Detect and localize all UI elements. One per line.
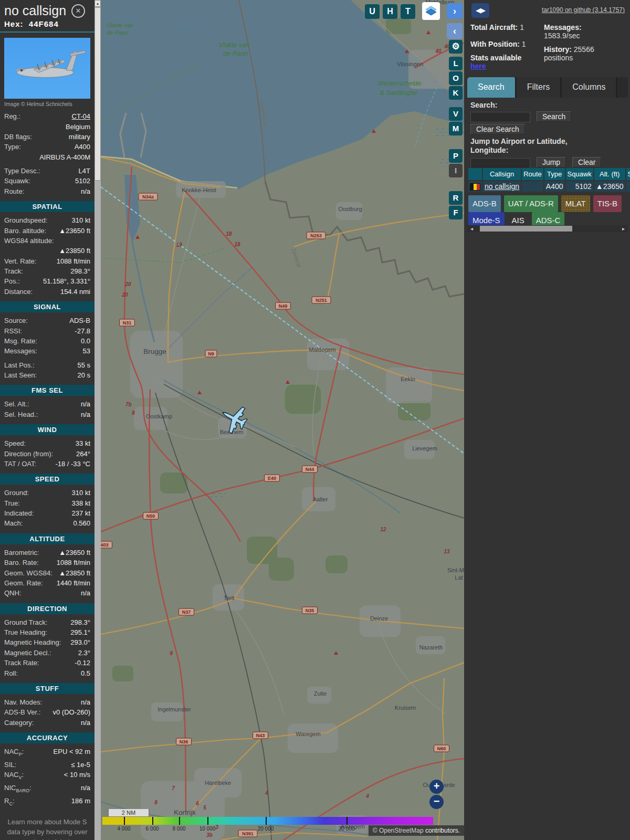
github-link[interactable]: tar1090 on github (3.14.1757): [542, 6, 625, 14]
data-row: NACV:< 10 m/s: [0, 770, 94, 783]
exit-number: 20: [124, 281, 131, 287]
tab-filters[interactable]: Filters: [517, 77, 562, 98]
row-label: RSSI:: [4, 327, 22, 335]
map-label: Deinze: [370, 615, 388, 622]
scroll-right-icon[interactable]: ▸: [622, 225, 625, 232]
column-header-Route[interactable]: Route: [522, 168, 543, 180]
tab-columns[interactable]: Columns: [562, 77, 617, 98]
panel-toggle-button[interactable]: ◀▶: [471, 3, 489, 18]
map-label: Tielt: [224, 595, 234, 601]
data-row: Squawk:5102: [0, 176, 94, 186]
map-rail-button-o[interactable]: O: [449, 71, 463, 85]
data-row: True Heading:295.1°: [0, 627, 94, 637]
exit-number: 4: [365, 793, 369, 799]
row-label: Mach:: [4, 519, 23, 528]
row-label: Sel. Head.:: [4, 410, 38, 419]
data-row: WGS84 altitude:: [0, 236, 94, 246]
badge-mlat: MLAT: [561, 195, 590, 212]
row-value: n/a: [35, 783, 90, 795]
hscroll-thumb[interactable]: [480, 226, 572, 232]
row-value: -18 / -33 °C: [39, 459, 90, 468]
scrollbar-thumb[interactable]: [94, 7, 101, 181]
data-row: Ground Track:298.3°: [0, 617, 94, 627]
aircraft-photo[interactable]: [4, 38, 90, 99]
map-label: Lievegem: [412, 445, 437, 452]
messages-label: Messages:: [544, 23, 582, 32]
data-row: TAT / OAT:-18 / -33 °C: [0, 459, 94, 469]
expand-right-button[interactable]: ›: [447, 3, 463, 19]
column-header-Type[interactable]: Type: [544, 168, 565, 180]
clear-search-button[interactable]: Clear Search: [470, 124, 525, 134]
callsign-link[interactable]: no callsign: [485, 182, 519, 191]
map-label: Waregem: [296, 731, 320, 737]
map-button-u[interactable]: U: [365, 4, 380, 19]
data-row: Nav. Modes:n/a: [0, 697, 94, 707]
row-value: EPU < 92 m: [27, 747, 90, 759]
road-badge: 403: [101, 542, 109, 548]
map-rail-button-r[interactable]: R: [449, 191, 463, 205]
exit-number: 12: [380, 527, 386, 532]
map-label: Oostburg: [338, 206, 362, 212]
row-value: 1088 ft/min: [39, 257, 90, 266]
search-input[interactable]: [470, 112, 530, 122]
history-label: History:: [544, 45, 572, 54]
map-rail-button-i[interactable]: I: [449, 164, 463, 177]
total-aircraft-value: 1: [520, 23, 524, 32]
close-icon[interactable]: ✕: [71, 4, 85, 18]
settings-button[interactable]: ⚙: [449, 40, 463, 54]
row-label: Distance:: [4, 287, 33, 296]
jump-clear-button[interactable]: Clear: [572, 157, 601, 167]
column-header-Speed[interactable]: Speed: [626, 168, 630, 180]
scroll-left-icon[interactable]: ◂: [470, 225, 473, 232]
map-rail-button-p[interactable]: P: [449, 149, 463, 163]
map-label: Sint-M: [447, 567, 464, 573]
data-row: ADS-B Ver.:v0 (DO-260): [0, 707, 94, 717]
row-label: Ground Track:: [4, 618, 47, 627]
jump-button[interactable]: Jump: [537, 157, 566, 167]
map-rail-button-l[interactable]: L: [449, 57, 463, 70]
zoom-out-button[interactable]: −: [429, 795, 444, 809]
row-value: [57, 236, 90, 245]
stats-here-link[interactable]: here: [470, 62, 486, 70]
collapse-left-button[interactable]: ‹: [447, 23, 463, 39]
map-rail-button-f[interactable]: F: [449, 206, 463, 219]
row-value: military: [35, 132, 90, 141]
row-value: A400: [24, 142, 90, 151]
exit-number: 7b: [125, 402, 132, 407]
map-rail-button-m[interactable]: M: [449, 122, 463, 135]
map-rail-button-k[interactable]: K: [449, 86, 463, 100]
row-label: Reg.:: [4, 112, 20, 121]
column-header-Callsign[interactable]: Callsign: [483, 168, 521, 180]
map-rail-button-v[interactable]: V: [449, 107, 463, 121]
tab-search[interactable]: Search: [467, 77, 517, 98]
search-button[interactable]: Search: [537, 111, 571, 122]
zoom-in-button[interactable]: +: [429, 780, 444, 794]
sidebar-scrollbar[interactable]: ▲: [94, 0, 101, 840]
osm-link[interactable]: © OpenStreetMap: [373, 827, 424, 834]
road-badge: N253: [310, 233, 322, 238]
road-badge: N43: [256, 733, 265, 738]
data-row: Direction (from):264°: [0, 448, 94, 458]
section-header-fms-sel: FMS SEL: [0, 385, 94, 396]
exit-number: 5: [203, 805, 206, 811]
map-label: Maldegem: [309, 346, 335, 353]
map-button-h[interactable]: H: [383, 4, 397, 19]
map-button-t[interactable]: T: [401, 4, 415, 19]
column-header-flag[interactable]: [468, 168, 482, 180]
table-horizontal-scrollbar[interactable]: ◂ ▸: [467, 225, 628, 232]
map-scale: 2 NM: [108, 809, 150, 817]
table-row[interactable]: no callsignA4005102▲23650: [468, 181, 630, 192]
image-credit: Image © Helmut Schnichels: [0, 100, 94, 111]
row-label: SIL:: [4, 760, 16, 769]
row-value: AIRBUS A-400M: [7, 153, 90, 162]
data-row: Route:n/a: [0, 186, 94, 196]
map-label: de Raan: [107, 29, 129, 36]
registration-link[interactable]: CT-04: [24, 112, 90, 121]
row-label: True Heading:: [4, 628, 47, 637]
layer-switcher-button[interactable]: [422, 2, 440, 20]
column-header-Squawk[interactable]: Squawk: [566, 168, 593, 180]
scroll-up-icon[interactable]: ▲: [94, 0, 101, 7]
column-header-Alt. (ft)[interactable]: Alt. (ft): [594, 168, 625, 180]
map-canvas[interactable]: N34aN253N251N49N31N9N44E40N50403N35N37N3…: [101, 0, 464, 840]
row-value: n/a: [33, 400, 90, 408]
